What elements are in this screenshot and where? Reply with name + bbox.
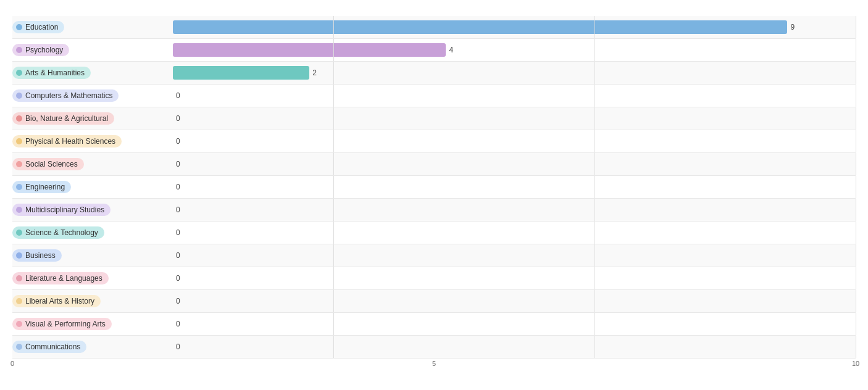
grid-line <box>595 62 595 84</box>
grid-lines <box>333 176 856 198</box>
x-axis: 0510 <box>12 360 856 372</box>
label-area: Physical & Health Sciences <box>12 135 173 147</box>
bar-section: 0 <box>173 85 856 107</box>
grid-line <box>856 39 856 61</box>
bar-label: Arts & Humanities <box>25 68 85 77</box>
bar-row: Computers & Mathematics0 <box>12 85 856 107</box>
label-area: Liberal Arts & History <box>12 295 173 307</box>
grid-line <box>856 130 856 152</box>
bar-value: 0 <box>176 205 180 214</box>
grid-lines <box>333 107 856 130</box>
bar-label: Engineering <box>25 183 65 191</box>
pill-dot <box>16 207 22 213</box>
grid-line <box>856 290 856 312</box>
label-pill: Arts & Humanities <box>12 67 91 79</box>
label-area: Psychology <box>12 44 173 56</box>
chart-container: Education9Psychology4Arts & Humanities2C… <box>0 0 868 390</box>
bar <box>173 66 309 80</box>
grid-line <box>333 85 334 107</box>
bar-value: 0 <box>176 114 180 123</box>
label-area: Computers & Mathematics <box>12 89 173 102</box>
grid-line <box>856 244 856 267</box>
grid-line <box>333 130 334 152</box>
bar-label: Computers & Mathematics <box>25 91 112 100</box>
grid-lines <box>333 313 856 335</box>
label-pill: Science & Technology <box>12 226 104 239</box>
label-area: Engineering <box>12 181 173 193</box>
pill-dot <box>16 344 22 350</box>
grid-line <box>856 62 856 84</box>
pill-dot <box>16 298 22 304</box>
bar-section: 0 <box>173 130 856 152</box>
label-pill: Communications <box>12 341 86 353</box>
label-pill: Social Sciences <box>12 158 84 170</box>
grid-line <box>595 85 595 107</box>
label-area: Literature & Languages <box>12 272 173 284</box>
bar-section: 2 <box>173 62 856 84</box>
grid-line <box>333 336 334 358</box>
bar-value: 0 <box>176 160 180 168</box>
x-tick: 10 <box>852 360 859 367</box>
label-pill: Literature & Languages <box>12 272 109 284</box>
bar-section: 0 <box>173 336 856 358</box>
bar-label: Physical & Health Sciences <box>25 137 115 146</box>
bar-label: Social Sciences <box>25 160 78 168</box>
pill-dot <box>16 230 22 236</box>
pill-dot <box>16 321 22 327</box>
grid-line <box>595 153 595 175</box>
bar-value: 0 <box>176 91 180 100</box>
grid-line <box>333 222 334 244</box>
pill-dot <box>16 24 22 30</box>
grid-line <box>856 267 856 289</box>
grid-lines <box>333 290 856 312</box>
grid-line <box>856 199 856 221</box>
grid-line <box>856 85 856 107</box>
bar-section: 0 <box>173 222 856 244</box>
bar <box>173 20 787 34</box>
bar-row: Business0 <box>12 244 856 267</box>
label-pill: Psychology <box>12 44 69 56</box>
pill-dot <box>16 275 22 281</box>
label-pill: Computers & Mathematics <box>12 89 119 102</box>
pill-dot <box>16 93 22 99</box>
bar <box>173 43 446 57</box>
chart-area: Education9Psychology4Arts & Humanities2C… <box>12 16 856 359</box>
grid-line <box>595 290 595 312</box>
pill-dot <box>16 252 22 259</box>
grid-lines <box>333 62 856 84</box>
bar-row: Physical & Health Sciences0 <box>12 130 856 153</box>
bar-section: 0 <box>173 267 856 289</box>
bar-label: Visual & Performing Arts <box>25 320 106 328</box>
bar-section: 0 <box>173 153 856 175</box>
grid-line <box>333 199 334 221</box>
bar-value: 4 <box>449 46 453 54</box>
bar-row: Science & Technology0 <box>12 222 856 244</box>
bar-value: 0 <box>176 183 180 191</box>
grid-line <box>856 107 856 130</box>
bar-value: 0 <box>176 274 180 283</box>
grid-line <box>333 267 334 289</box>
bar-section: 4 <box>173 39 856 61</box>
grid-lines <box>333 85 856 107</box>
label-pill: Bio, Nature & Agricultural <box>12 112 114 125</box>
bar-value: 0 <box>176 228 180 237</box>
grid-line <box>333 313 334 335</box>
bar-section: 0 <box>173 199 856 221</box>
grid-line <box>595 222 595 244</box>
pill-dot <box>16 115 22 122</box>
pill-dot <box>16 70 22 76</box>
grid-lines <box>333 222 856 244</box>
label-pill: Education <box>12 21 64 33</box>
label-area: Social Sciences <box>12 158 173 170</box>
pill-dot <box>16 184 22 190</box>
bar-label: Literature & Languages <box>25 274 102 283</box>
grid-lines <box>333 336 856 358</box>
bar-section: 0 <box>173 244 856 267</box>
pill-dot <box>16 47 22 53</box>
grid-lines <box>333 130 856 152</box>
label-pill: Multidisciplinary Studies <box>12 204 111 216</box>
bar-value: 0 <box>176 320 180 328</box>
grid-line <box>595 176 595 198</box>
grid-lines <box>333 244 856 267</box>
grid-lines <box>333 153 856 175</box>
